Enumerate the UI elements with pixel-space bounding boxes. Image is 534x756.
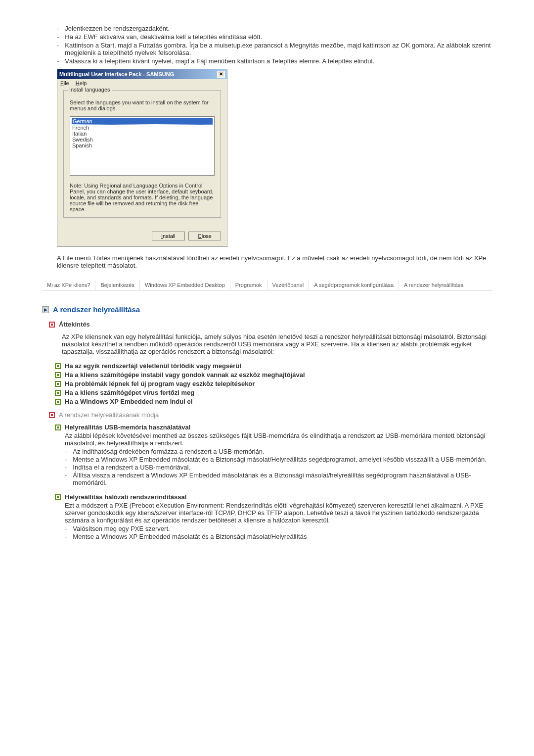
method2-step: Mentse a Windows XP Embedded másolatát é… [73, 533, 307, 540]
dialog-title: Multilingual User Interface Pack - SAMSU… [59, 71, 174, 77]
mui-dialog: Multilingual User Interface Pack - SAMSU… [57, 69, 227, 247]
tab-xpe[interactable]: Mi az XPe kliens? [42, 280, 95, 290]
methods-title: A rendszer helyreállításának módja [59, 411, 159, 419]
instr-3: Válassza ki a telepíteni kívánt nyelvet,… [65, 57, 374, 65]
section-title: A rendszer helyreállítása [53, 305, 140, 314]
tab-login[interactable]: Bejelentkezés [95, 280, 140, 290]
methods-header: A rendszer helyreállításának módja [49, 411, 492, 419]
green-item: Ha a Windows XP Embedded nem indul el [65, 398, 192, 405]
method1-step: Az indíthatóság érdekében formázza a ren… [73, 448, 264, 455]
method1-step: Mentse a Windows XP Embedded másolatát é… [73, 456, 486, 463]
instr-0: Jelentkezzen be rendszergazdaként. [65, 25, 170, 32]
instructions-list: -Jelentkezzen be rendszergazdaként. -Ha … [57, 25, 492, 65]
tab-utils[interactable]: A segédprogramok konfigurálása [309, 280, 399, 290]
method-usb: Helyreállítás USB-memória használatával … [55, 424, 492, 486]
tab-desktop[interactable]: Windows XP Embedded Desktop [140, 280, 230, 290]
problem-list: Ha az egyik rendszerfájl véletlenül törl… [55, 362, 492, 405]
fieldset-legend: Install languages [68, 87, 112, 93]
lang-option-selected[interactable]: German [71, 118, 213, 125]
install-button[interactable]: Install [152, 232, 185, 240]
method2-title: Helyreállítás hálózati rendszerindítássa… [65, 493, 186, 501]
instr-2: Kattintson a Start, majd a Futtatás gomb… [65, 42, 492, 56]
green-bullet-icon [55, 399, 61, 405]
green-bullet-icon [55, 425, 61, 430]
green-item: Ha az egyik rendszerfájl véletlenül törl… [65, 362, 241, 370]
green-item: Ha a kliens számítógépe instabil vagy go… [65, 371, 305, 378]
method2-intro: Ezt a módszert a PXE (Preboot eXecution … [65, 502, 492, 524]
file-menu-para: A File menü Törlés menüjének használatáv… [57, 254, 492, 269]
dialog-title-bar: Multilingual User Interface Pack - SAMSU… [57, 69, 227, 79]
arrow-icon: ▶ [42, 306, 49, 313]
lang-option[interactable]: Italian [71, 131, 213, 137]
green-bullet-icon [55, 372, 61, 378]
dialog-menu-bar: File Help [57, 79, 227, 87]
dialog-close-icon[interactable]: ✕ [217, 71, 225, 78]
method1-intro: Az alábbi lépések követésével mentheti a… [65, 432, 492, 447]
overview-header: Áttekintés [49, 321, 492, 328]
overview-title: Áttekintés [59, 321, 90, 328]
lang-option[interactable]: Swedish [71, 137, 213, 142]
green-bullet-icon [55, 363, 61, 369]
lang-option[interactable]: Spanish [71, 142, 213, 148]
nav-tabs: Mi az XPe kliens? Bejelentkezés Windows … [42, 280, 492, 290]
green-item: Ha a kliens számítógépet vírus fertőzi m… [65, 389, 194, 396]
red-bullet-icon [49, 412, 55, 418]
section-header: ▶ A rendszer helyreállítása [42, 305, 492, 314]
menu-file[interactable]: File [60, 80, 69, 86]
green-bullet-icon [55, 381, 61, 387]
close-button[interactable]: Close [188, 232, 221, 240]
dialog-note: Note: Using Regional and Language Option… [70, 183, 215, 212]
tab-programs[interactable]: Programok [230, 280, 267, 290]
instr-1: Ha az EWF aktiválva van, deaktiválnia ke… [65, 33, 262, 41]
green-bullet-icon [55, 494, 61, 500]
method2-step: Valósítson meg egy PXE szervert. [73, 525, 170, 532]
green-bullet-icon [55, 390, 61, 396]
lang-option[interactable]: French [71, 125, 213, 131]
tab-control[interactable]: Vezérlőpanel [267, 280, 310, 290]
menu-help[interactable]: Help [76, 80, 87, 86]
select-text: Select the languages you want to install… [70, 99, 215, 111]
red-bullet-icon [49, 322, 55, 328]
language-listbox[interactable]: German French Italian Swedish Spanish [70, 116, 215, 176]
method1-step: Indítsa el a rendszert a USB-memóriával. [73, 464, 190, 471]
method1-title: Helyreállítás USB-memória használatával [65, 424, 190, 431]
method-network: Helyreállítás hálózati rendszerindítássa… [55, 493, 492, 540]
method1-step: Állítsa vissza a rendszert a Windows XP … [73, 472, 492, 486]
tab-recovery[interactable]: A rendszer helyreállítása [399, 280, 468, 290]
green-item: Ha problémák lépnek fel új program vagy … [65, 380, 255, 387]
overview-text: Az XPe kliensnek van egy helyreállítási … [62, 333, 492, 355]
